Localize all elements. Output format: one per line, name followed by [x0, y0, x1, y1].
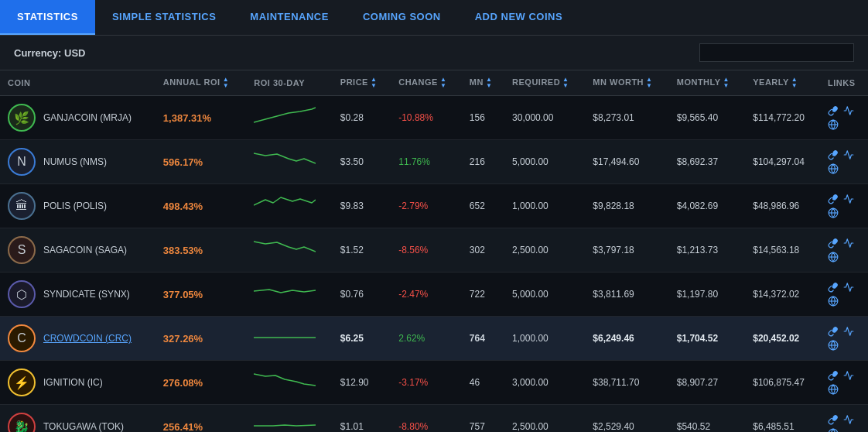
- mn-value-ganjacoin: 156: [470, 112, 485, 123]
- currency-label: Currency:: [14, 47, 64, 59]
- sort-arrows-required[interactable]: ▲▼: [562, 77, 569, 89]
- chart-icon-ganjacoin[interactable]: [843, 105, 854, 116]
- chart-icon-crowdcoin[interactable]: [843, 326, 854, 337]
- globe-icon-ganjacoin[interactable]: [828, 119, 839, 130]
- coin-info-tokugawa: 🐉 TOKUGAWA (TOK): [8, 413, 148, 432]
- link-icons-top-sagacoin: [828, 238, 860, 249]
- coin-name-ignition: IGNITION (IC): [43, 377, 103, 388]
- link-icons-top-ignition: [828, 370, 860, 381]
- nav-tab-maintenance[interactable]: MAINTENANCE: [233, 0, 346, 35]
- coin-name-crowdcoin[interactable]: CROWDCOIN (CRC): [43, 333, 132, 344]
- change-value-sagacoin: -8.56%: [398, 245, 428, 255]
- monthly-sagacoin: $1,213.73: [669, 228, 746, 273]
- chain-icon-sagacoin[interactable]: [828, 238, 839, 249]
- change-value-tokugawa: -8.80%: [398, 421, 428, 432]
- col-header-price[interactable]: PRICE▲▼: [333, 70, 391, 96]
- link-icons-top-polis: [828, 194, 860, 204]
- globe-icon-polis[interactable]: [828, 207, 839, 218]
- col-header-required[interactable]: REQUIRED▲▼: [504, 70, 585, 96]
- chain-icon-ignition[interactable]: [828, 370, 839, 381]
- globe-icon-tokugawa[interactable]: [828, 428, 839, 432]
- mn-worth-ganjacoin: $8,273.01: [585, 96, 668, 140]
- sparkline-tokugawa: [246, 405, 333, 433]
- col-header-mn[interactable]: MN▲▼: [462, 70, 504, 96]
- col-header-monthly[interactable]: MONTHLY▲▼: [669, 70, 746, 96]
- search-input[interactable]: [699, 43, 854, 62]
- sort-arrows-yearly[interactable]: ▲▼: [791, 77, 798, 89]
- col-header-annual-roi[interactable]: ANNUAL ROI▲▼: [155, 70, 246, 96]
- price-ganjacoin: $0.28: [333, 96, 391, 140]
- monthly-syndicate: $1,197.80: [669, 273, 746, 317]
- nav-tab-add-new-coins[interactable]: ADD NEW COINS: [458, 0, 579, 35]
- globe-icon-crowdcoin[interactable]: [828, 340, 839, 351]
- roi-tokugawa: 256.41%: [155, 405, 246, 433]
- roi-value-ignition: 276.08%: [163, 377, 203, 389]
- chart-icon-polis[interactable]: [843, 194, 854, 204]
- change-value-polis: -2.79%: [398, 201, 428, 211]
- col-header-yearly[interactable]: YEARLY▲▼: [745, 70, 820, 96]
- link-icons-bottom-numus: [828, 163, 860, 174]
- link-icons-bottom-ignition: [828, 384, 860, 395]
- chart-icon-ignition[interactable]: [843, 370, 854, 381]
- chain-icon-numus[interactable]: [828, 149, 839, 160]
- required-value-ganjacoin: 30,000.00: [512, 112, 553, 123]
- nav-tab-simple-statistics[interactable]: SIMPLE STATISTICS: [95, 0, 233, 35]
- mn-value-numus: 216: [470, 156, 485, 167]
- mn-sagacoin: 302: [462, 228, 504, 273]
- mn-worth-value-polis: $9,828.18: [593, 201, 634, 211]
- price-value-tokugawa: $1.01: [340, 421, 364, 432]
- chain-icon-polis[interactable]: [828, 194, 839, 204]
- yearly-value-tokugawa: $6,485.51: [753, 421, 794, 432]
- chain-icon-ganjacoin[interactable]: [828, 105, 839, 116]
- globe-icon-ignition[interactable]: [828, 384, 839, 395]
- change-syndicate: -2.47%: [391, 273, 462, 317]
- links-cell-crowdcoin: [828, 326, 860, 351]
- mn-worth-ignition: $38,711.70: [585, 361, 668, 405]
- coin-info-crowdcoin: C CROWDCOIN (CRC): [8, 324, 148, 352]
- sort-arrows-mn[interactable]: ▲▼: [486, 77, 492, 89]
- link-icons-top-syndicate: [828, 282, 860, 293]
- table-row: 🐉 TOKUGAWA (TOK) 256.41% $1.01-8.80%7572…: [0, 405, 868, 433]
- monthly-polis: $4,082.69: [669, 184, 746, 228]
- sparkline-ignition: [246, 361, 333, 405]
- coin-cell-numus: N NUMUS (NMS): [0, 140, 155, 184]
- col-header-links: LINKS: [820, 70, 868, 96]
- chart-icon-tokugawa[interactable]: [843, 414, 854, 425]
- links-numus: [820, 140, 868, 184]
- chain-icon-tokugawa[interactable]: [828, 414, 839, 425]
- globe-icon-sagacoin[interactable]: [828, 252, 839, 262]
- sort-arrows-mn-worth[interactable]: ▲▼: [646, 77, 652, 89]
- coin-cell-syndicate: ⬡ SYNDICATE (SYNX): [0, 273, 155, 317]
- links-sagacoin: [820, 228, 868, 273]
- link-icons-top-numus: [828, 149, 860, 160]
- nav-tab-statistics[interactable]: STATISTICS: [0, 0, 95, 35]
- sort-arrows-change[interactable]: ▲▼: [440, 77, 446, 89]
- mn-value-syndicate: 722: [470, 289, 485, 300]
- col-header-mn-worth[interactable]: MN WORTH▲▼: [585, 70, 668, 96]
- change-value-crowdcoin: 2.62%: [398, 333, 425, 344]
- sort-arrows-monthly[interactable]: ▲▼: [723, 77, 730, 89]
- yearly-value-crowdcoin: $20,452.02: [753, 333, 799, 344]
- chart-icon-numus[interactable]: [843, 149, 854, 160]
- col-header-roi-30-day: ROI 30-DAY: [246, 70, 333, 96]
- nav-tab-coming-soon[interactable]: COMING SOON: [346, 0, 458, 35]
- coin-name-tokugawa: TOKUGAWA (TOK): [43, 421, 124, 432]
- change-value-syndicate: -2.47%: [398, 289, 428, 300]
- coin-info-sagacoin: S SAGACOIN (SAGA): [8, 236, 148, 264]
- app-container: STATISTICSSIMPLE STATISTICSMAINTENANCECO…: [0, 0, 868, 432]
- mn-worth-tokugawa: $2,529.40: [585, 405, 668, 433]
- chart-icon-syndicate[interactable]: [843, 282, 854, 293]
- chart-icon-sagacoin[interactable]: [843, 238, 854, 249]
- globe-icon-numus[interactable]: [828, 163, 839, 174]
- required-crowdcoin: 1,000.00: [504, 317, 585, 361]
- globe-icon-syndicate[interactable]: [828, 296, 839, 307]
- mn-crowdcoin: 764: [462, 317, 504, 361]
- price-crowdcoin: $6.25: [333, 317, 391, 361]
- chain-icon-syndicate[interactable]: [828, 282, 839, 293]
- sort-arrows-price[interactable]: ▲▼: [371, 77, 377, 89]
- price-value-numus: $3.50: [340, 156, 364, 167]
- chain-icon-crowdcoin[interactable]: [828, 326, 839, 337]
- mn-worth-value-tokugawa: $2,529.40: [593, 421, 634, 432]
- col-header-change[interactable]: CHANGE▲▼: [391, 70, 462, 96]
- sort-arrows-annual-roi[interactable]: ▲▼: [223, 77, 229, 89]
